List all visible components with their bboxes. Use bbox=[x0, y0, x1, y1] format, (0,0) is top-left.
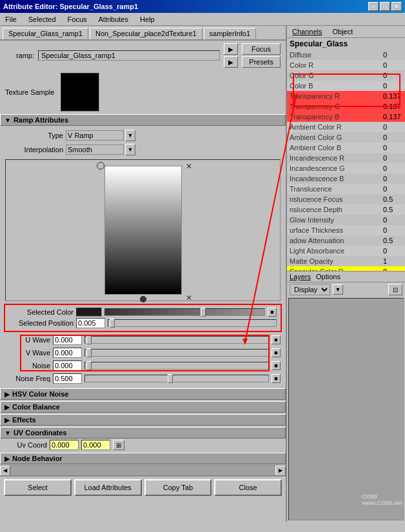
u-wave-input[interactable] bbox=[53, 335, 82, 345]
menu-file[interactable]: File bbox=[3, 15, 19, 24]
position-slider[interactable] bbox=[108, 319, 277, 327]
color-balance-header[interactable]: ▶ Color Balance bbox=[0, 401, 286, 413]
focus-button[interactable]: Focus bbox=[242, 43, 281, 55]
ramp-gradient-area[interactable]: ✕ ✕ bbox=[5, 159, 281, 301]
display-select[interactable]: Display bbox=[290, 284, 330, 295]
copy-tab-button[interactable]: Copy Tab bbox=[144, 479, 212, 496]
list-item[interactable]: urface Thickness0 bbox=[287, 225, 405, 235]
u-wave-btn[interactable]: ■ bbox=[272, 335, 281, 344]
color-balance-title: Color Balance bbox=[12, 403, 60, 411]
uv-input-1[interactable] bbox=[50, 440, 79, 450]
position-slider-thumb[interactable] bbox=[110, 319, 115, 328]
texture-sample bbox=[61, 73, 99, 112]
v-wave-thumb bbox=[86, 348, 92, 357]
layers-icon[interactable]: ⊡ bbox=[388, 284, 402, 295]
color-btn[interactable]: ■ bbox=[268, 308, 277, 317]
menu-help[interactable]: Help bbox=[137, 15, 157, 24]
window-title: Attribute Editor: Specular_Glass_ramp1 bbox=[3, 3, 138, 10]
node-behavior-header[interactable]: ▶ Node Behavior bbox=[0, 453, 286, 464]
list-item[interactable]: nslucence Depth0.5 bbox=[287, 204, 405, 215]
presets-button[interactable]: Presets bbox=[242, 56, 281, 68]
menu-selected[interactable]: Selected bbox=[26, 15, 59, 24]
selected-position-label: Selected Position bbox=[9, 319, 74, 327]
scroll-left-btn[interactable]: ◀ bbox=[0, 466, 10, 476]
maximize-button[interactable]: □ bbox=[380, 2, 390, 11]
tab-channels[interactable]: Channels bbox=[290, 27, 324, 36]
noise-freq-input[interactable] bbox=[53, 373, 82, 384]
load-attributes-button[interactable]: Load Attributes bbox=[74, 479, 142, 496]
noise-freq-slider[interactable] bbox=[84, 375, 269, 382]
close-button[interactable]: Close bbox=[214, 479, 282, 496]
list-item[interactable]: Color G0 bbox=[287, 70, 405, 81]
color-slider-thumb[interactable] bbox=[201, 308, 206, 317]
ramp-gradient-bar[interactable] bbox=[104, 166, 182, 295]
tab-layers[interactable]: Layers bbox=[290, 273, 311, 281]
hsv-header[interactable]: ▶ HSV Color Noise bbox=[0, 388, 286, 400]
uv-input-2[interactable] bbox=[81, 440, 110, 450]
list-item[interactable]: Ambient Color B0 bbox=[287, 143, 405, 153]
type-input[interactable] bbox=[66, 130, 124, 141]
uv-header[interactable]: ▼ UV Coordinates bbox=[0, 427, 286, 438]
interpolation-input[interactable] bbox=[66, 144, 124, 155]
select-button[interactable]: Select bbox=[4, 479, 72, 496]
noise-input[interactable] bbox=[53, 360, 82, 371]
list-item[interactable]: Incandescence B0 bbox=[287, 173, 405, 184]
ramp-input[interactable] bbox=[38, 50, 220, 61]
tab-options[interactable]: Options bbox=[316, 273, 341, 281]
menu-focus[interactable]: Focus bbox=[65, 15, 90, 24]
u-wave-slider[interactable] bbox=[84, 336, 269, 344]
noise-freq-row: Noise Freq ■ bbox=[0, 372, 286, 385]
hsv-section: ▶ HSV Color Noise bbox=[0, 388, 286, 400]
tab-object[interactable]: Object bbox=[330, 27, 355, 36]
list-item[interactable]: Matte Opacity1 bbox=[287, 256, 405, 266]
noise-freq-btn[interactable]: ■ bbox=[272, 374, 281, 383]
v-wave-input[interactable] bbox=[53, 348, 82, 358]
uv-icon[interactable]: ⊞ bbox=[113, 440, 124, 450]
color-swatch[interactable] bbox=[76, 308, 102, 317]
list-item[interactable]: Translucence0 bbox=[287, 184, 405, 194]
list-item[interactable]: Ambient Color R0 bbox=[287, 122, 405, 132]
close-window-button[interactable]: ✕ bbox=[391, 2, 402, 11]
v-wave-row: V Wave ■ bbox=[0, 346, 286, 359]
list-item[interactable]: Incandescence G0 bbox=[287, 163, 405, 173]
list-item-transparency-b[interactable]: Transparency B0.137 bbox=[287, 112, 405, 122]
list-item[interactable]: Color B0 bbox=[287, 81, 405, 91]
color-slider[interactable] bbox=[104, 308, 265, 316]
list-item[interactable]: Light Absorbance0 bbox=[287, 246, 405, 256]
ramp-nav-btn-2[interactable]: ▶ bbox=[224, 56, 238, 68]
color-balance-section: ▶ Color Balance bbox=[0, 401, 286, 413]
noise-freq-thumb bbox=[168, 374, 173, 383]
position-input[interactable] bbox=[76, 318, 105, 328]
list-item-specular-r[interactable]: Specular Color R0 bbox=[287, 266, 405, 271]
list-item[interactable]: nslucence Focus0.5 bbox=[287, 194, 405, 204]
list-item[interactable]: adow Attenuation0.5 bbox=[287, 235, 405, 246]
tab-specular-glass-ramp[interactable]: Specular_Glass_ramp1 bbox=[3, 28, 88, 39]
noise-slider[interactable] bbox=[84, 362, 269, 369]
minimize-button[interactable]: ─ bbox=[368, 2, 379, 11]
list-item[interactable]: Diffuse0 bbox=[287, 50, 405, 60]
list-item[interactable]: Incandescence R0 bbox=[287, 153, 405, 163]
v-wave-slider[interactable] bbox=[84, 349, 269, 357]
bottom-buttons: Select Load Attributes Copy Tab Close bbox=[0, 475, 286, 498]
v-wave-btn[interactable]: ■ bbox=[272, 348, 281, 357]
effects-header[interactable]: ▶ Effects bbox=[0, 414, 286, 426]
scroll-right-btn[interactable]: ▶ bbox=[275, 466, 286, 476]
watermark: CG88www.CG88.net bbox=[362, 493, 402, 506]
uv-title: UV Coordinates bbox=[14, 429, 67, 437]
list-item-transparency-r[interactable]: Transparency R0.137 bbox=[287, 91, 405, 101]
interpolation-dropdown-btn[interactable]: ▼ bbox=[125, 144, 135, 155]
ramp-nav-btn-1[interactable]: ▶ bbox=[224, 43, 238, 55]
type-dropdown-btn[interactable]: ▼ bbox=[125, 130, 135, 141]
tab-sampler-info[interactable]: samplerInfo1 bbox=[204, 28, 257, 39]
list-item-transparency-g[interactable]: Transparency G0.137 bbox=[287, 101, 405, 112]
menu-attributes[interactable]: Attributes bbox=[96, 15, 131, 24]
ramp-attrs-section-header[interactable]: ▼ Ramp Attributes bbox=[0, 114, 286, 126]
noise-thumb bbox=[86, 361, 92, 370]
list-item[interactable]: Ambient Color G0 bbox=[287, 132, 405, 143]
tab-non-specular[interactable]: Non_Specular_place2dTexture1 bbox=[90, 28, 202, 39]
horizontal-scrollbar[interactable]: ◀ ▶ bbox=[0, 465, 286, 475]
list-item[interactable]: Glow Intensity0 bbox=[287, 215, 405, 225]
display-dropdown-btn[interactable]: ▼ bbox=[333, 284, 343, 295]
list-item[interactable]: Color R0 bbox=[287, 60, 405, 70]
noise-btn[interactable]: ■ bbox=[272, 361, 281, 370]
